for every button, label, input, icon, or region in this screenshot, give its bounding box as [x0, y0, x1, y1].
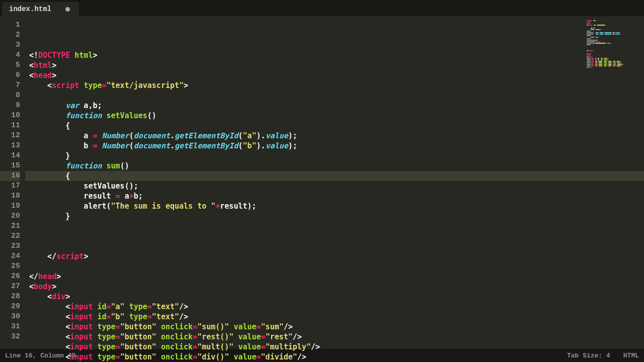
tab-title: index.html: [9, 5, 51, 13]
code-line[interactable]: <input type="button" onclick="rest()" va…: [29, 332, 644, 342]
line-number: 10: [0, 111, 20, 121]
line-number: 19: [0, 201, 20, 211]
code-line[interactable]: <html>: [29, 60, 644, 70]
line-number: 30: [0, 312, 20, 322]
code-line[interactable]: <input id="b" type="text"/>: [29, 312, 644, 322]
line-gutter: 1234567891011121314151617181920212223242…: [0, 16, 25, 347]
code-line[interactable]: <div>: [29, 292, 644, 302]
line-number: 31: [0, 322, 20, 332]
line-number: 20: [0, 211, 20, 221]
dirty-indicator-icon: [65, 7, 70, 12]
line-number: 1: [0, 20, 20, 30]
line-number: 8: [0, 90, 20, 101]
code-line[interactable]: <input type="button" onclick="sum()" val…: [29, 322, 644, 332]
code-line[interactable]: <input type="button" onclick="div()" val…: [29, 352, 644, 362]
line-number: 13: [0, 141, 20, 151]
code-line[interactable]: <script type="text/javascript">: [29, 80, 644, 90]
editor[interactable]: 1234567891011121314151617181920212223242…: [0, 16, 644, 347]
code-line[interactable]: <input type="button" onclick="mult()" va…: [29, 342, 644, 352]
tab-index-html[interactable]: index.html: [2, 2, 79, 16]
code-line[interactable]: b = Number(document.getElementById("b").…: [29, 141, 644, 151]
line-number: 24: [0, 251, 20, 261]
line-number: 23: [0, 241, 20, 251]
line-number: 15: [0, 161, 20, 171]
line-number: 32: [0, 332, 20, 342]
line-number: 16: [0, 171, 20, 181]
line-number: 6: [0, 70, 20, 80]
code-line[interactable]: </head>: [29, 272, 644, 282]
code-line[interactable]: result = a+b;: [29, 191, 644, 201]
code-line[interactable]: function sum(): [29, 161, 644, 171]
line-number: 11: [0, 121, 20, 131]
code-line[interactable]: <input id="a" type="text"/>: [29, 302, 644, 312]
line-number: 3: [0, 40, 20, 50]
code-line[interactable]: [29, 241, 644, 251]
code-line[interactable]: var a,b;: [29, 101, 644, 111]
line-number: 2: [0, 30, 20, 40]
line-number: 25: [0, 261, 20, 272]
code-line[interactable]: }: [29, 151, 644, 161]
code-line[interactable]: [29, 221, 644, 231]
line-number: 29: [0, 302, 20, 312]
code-line[interactable]: <head>: [29, 70, 644, 80]
line-number: 7: [0, 80, 20, 90]
line-number: 22: [0, 231, 20, 241]
line-number: 4: [0, 50, 20, 60]
code-line[interactable]: a = Number(document.getElementById("a").…: [29, 131, 644, 141]
line-number: 28: [0, 292, 20, 302]
line-number: 9: [0, 101, 20, 111]
line-number: 18: [0, 191, 20, 201]
tab-bar: index.html: [0, 0, 644, 16]
code-line[interactable]: <!DOCTYPE html>: [29, 50, 644, 60]
line-number: 26: [0, 272, 20, 282]
code-line[interactable]: [29, 231, 644, 241]
code-line[interactable]: {: [29, 121, 644, 131]
code-line[interactable]: }: [29, 211, 644, 221]
code-line[interactable]: <body>: [29, 282, 644, 292]
code-area[interactable]: <!DOCTYPE html><html><head> <script type…: [25, 16, 644, 347]
line-number: 21: [0, 221, 20, 231]
line-number: 14: [0, 151, 20, 161]
code-line[interactable]: {: [29, 171, 644, 181]
code-line[interactable]: function setValues(): [29, 111, 644, 121]
line-number: 12: [0, 131, 20, 141]
code-line[interactable]: [29, 261, 644, 272]
line-number: 27: [0, 282, 20, 292]
line-number: 17: [0, 181, 20, 191]
line-number: 5: [0, 60, 20, 70]
code-line[interactable]: alert("The sum is equals to "+result);: [29, 201, 644, 211]
code-line[interactable]: [29, 90, 644, 101]
code-line[interactable]: setValues();: [29, 181, 644, 191]
code-line[interactable]: </script>: [29, 251, 644, 261]
